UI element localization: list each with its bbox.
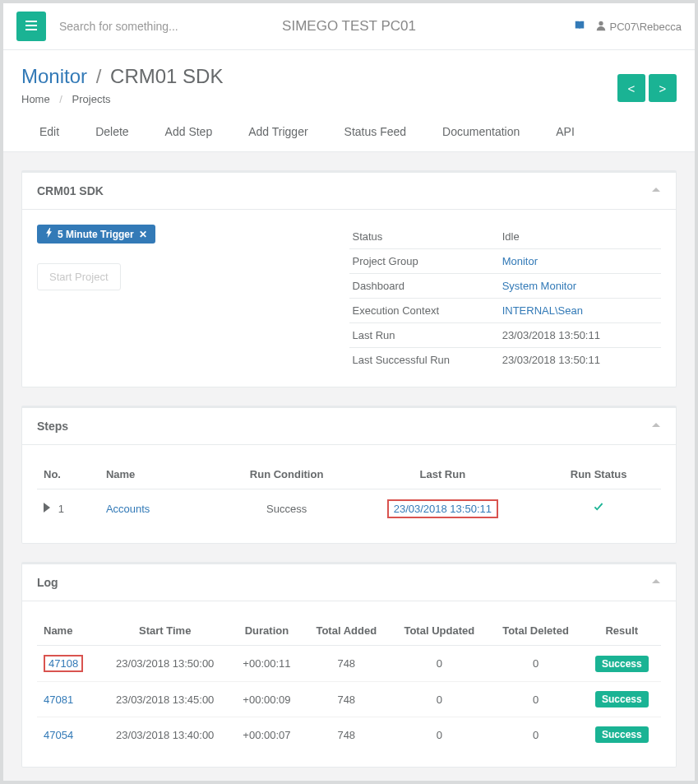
log-updated: 0 — [390, 646, 488, 682]
action-edit[interactable]: Edit — [21, 112, 77, 151]
log-added: 748 — [303, 682, 390, 717]
project-info-table: StatusIdle Project GroupMonitor Dashboar… — [349, 225, 662, 372]
action-documentation[interactable]: Documentation — [424, 112, 538, 151]
expand-icon[interactable] — [44, 503, 50, 515]
steps-panel: Steps No. Name Run Condition Last Run Ru… — [21, 406, 677, 544]
close-icon[interactable]: ✕ — [139, 229, 147, 240]
step-no: 1 — [58, 503, 64, 515]
check-icon — [593, 503, 604, 516]
execution-context-link[interactable]: INTERNAL\Sean — [502, 304, 583, 317]
log-row: 47108 23/03/2018 13:50:00 +00:00:11 748 … — [37, 646, 661, 682]
col-last-run: Last Run — [349, 460, 536, 489]
svg-point-3 — [599, 21, 603, 25]
prev-button[interactable]: < — [617, 74, 645, 102]
col-no: No. — [37, 460, 99, 489]
log-panel-title: Log — [37, 576, 58, 589]
app-title: SIMEGO TEST PC01 — [282, 18, 416, 35]
svg-rect-0 — [25, 21, 37, 22]
col-run-status: Run Status — [536, 460, 661, 489]
col-run-condition: Run Condition — [224, 460, 349, 489]
breadcrumb-monitor[interactable]: Monitor — [21, 65, 87, 87]
search-input[interactable] — [59, 20, 224, 33]
step-condition: Success — [224, 489, 349, 529]
svg-rect-1 — [25, 25, 37, 26]
info-row: Project GroupMonitor — [349, 249, 662, 274]
hamburger-icon — [25, 21, 37, 33]
log-added: 748 — [303, 646, 390, 682]
breadcrumb-home[interactable]: Home — [21, 93, 50, 105]
col-name: Name — [99, 460, 224, 489]
log-table: Name Start Time Duration Total Added Tot… — [37, 616, 661, 752]
project-panel: CRM01 SDK 5 Minute Trigger ✕ Start Proje… — [21, 170, 677, 387]
steps-panel-title: Steps — [37, 420, 68, 433]
user-name: PC07\Rebecca — [610, 21, 682, 33]
steps-table: No. Name Run Condition Last Run Run Stat… — [37, 460, 661, 528]
log-name-link[interactable]: 47081 — [44, 694, 73, 706]
log-panel: Log Name Start Time Duration Total Added… — [21, 562, 677, 768]
collapse-icon[interactable] — [651, 184, 661, 197]
col-duration: Duration — [231, 616, 303, 646]
log-deleted: 0 — [488, 646, 582, 682]
breadcrumb-current: CRM01 SDK — [110, 65, 223, 87]
info-row: DashboardSystem Monitor — [349, 274, 662, 299]
info-row: Last Successful Run23/03/2018 13:50:11 — [349, 348, 662, 373]
col-deleted: Total Deleted — [488, 616, 582, 646]
collapse-icon[interactable] — [651, 576, 661, 589]
trigger-label: 5 Minute Trigger — [58, 229, 134, 240]
log-duration: +00:00:11 — [231, 646, 303, 682]
col-added: Total Added — [303, 616, 390, 646]
breadcrumb-projects[interactable]: Projects — [72, 93, 111, 105]
page-heading: Monitor / CRM01 SDK Home / Projects < > — [3, 50, 695, 112]
menu-button[interactable] — [16, 12, 46, 41]
step-name-link[interactable]: Accounts — [106, 503, 150, 515]
log-updated: 0 — [390, 682, 488, 717]
start-project-button[interactable]: Start Project — [37, 263, 121, 290]
top-bar: SIMEGO TEST PC01 PC07\Rebecca — [3, 3, 695, 50]
log-duration: +00:00:09 — [231, 682, 303, 717]
result-badge: Success — [595, 656, 649, 672]
action-status-feed[interactable]: Status Feed — [326, 112, 425, 151]
dashboard-link[interactable]: System Monitor — [502, 280, 576, 292]
action-delete[interactable]: Delete — [77, 112, 146, 151]
result-badge: Success — [595, 691, 649, 707]
col-start: Start Time — [99, 616, 231, 646]
log-row: 47054 23/03/2018 13:40:00 +00:00:07 748 … — [37, 717, 661, 753]
log-updated: 0 — [390, 717, 488, 753]
log-name-link[interactable]: 47108 — [49, 657, 78, 670]
step-row: 1 Accounts Success 23/03/2018 13:50:11 — [37, 489, 661, 529]
log-start: 23/03/2018 13:50:00 — [99, 646, 231, 682]
book-icon[interactable] — [574, 20, 585, 34]
bolt-icon — [45, 228, 53, 240]
log-deleted: 0 — [488, 682, 582, 717]
action-add-step[interactable]: Add Step — [147, 112, 231, 151]
info-row: Last Run23/03/2018 13:50:11 — [349, 323, 662, 348]
svg-rect-2 — [25, 29, 37, 30]
user-icon — [595, 20, 607, 34]
action-add-trigger[interactable]: Add Trigger — [230, 112, 326, 151]
project-panel-title: CRM01 SDK — [37, 184, 104, 197]
log-start: 23/03/2018 13:40:00 — [99, 717, 231, 753]
info-row: StatusIdle — [349, 225, 662, 249]
log-deleted: 0 — [488, 717, 582, 753]
info-row: Execution ContextINTERNAL\Sean — [349, 299, 662, 323]
col-updated: Total Updated — [390, 616, 488, 646]
user-info[interactable]: PC07\Rebecca — [595, 20, 682, 34]
action-api[interactable]: API — [538, 112, 593, 151]
step-last-run-link[interactable]: 23/03/2018 13:50:11 — [394, 503, 492, 515]
collapse-icon[interactable] — [651, 420, 661, 433]
log-duration: +00:00:07 — [231, 717, 303, 753]
log-added: 748 — [303, 717, 390, 753]
log-row: 47081 23/03/2018 13:45:00 +00:00:09 748 … — [37, 682, 661, 717]
col-name: Name — [37, 616, 99, 646]
content-area: CRM01 SDK 5 Minute Trigger ✕ Start Proje… — [3, 152, 695, 784]
col-result: Result — [583, 616, 661, 646]
log-start: 23/03/2018 13:45:00 — [99, 682, 231, 717]
trigger-tag[interactable]: 5 Minute Trigger ✕ — [37, 225, 155, 244]
action-bar: Edit Delete Add Step Add Trigger Status … — [3, 112, 695, 152]
result-badge: Success — [595, 726, 649, 743]
next-button[interactable]: > — [649, 74, 677, 102]
log-name-link[interactable]: 47054 — [44, 729, 73, 741]
project-group-link[interactable]: Monitor — [502, 255, 538, 267]
